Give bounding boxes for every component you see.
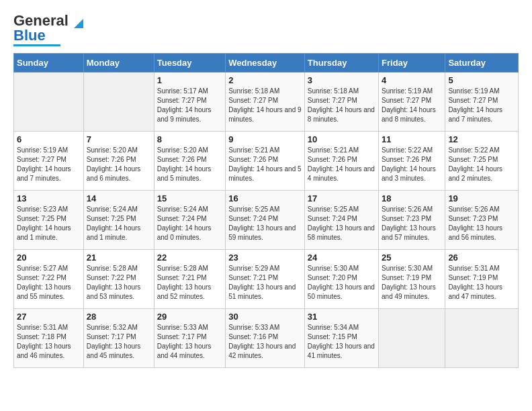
calendar-cell: 26Sunrise: 5:31 AM Sunset: 7:19 PM Dayli… (445, 250, 519, 309)
day-info: Sunrise: 5:33 AM Sunset: 7:16 PM Dayligh… (228, 323, 302, 361)
day-number: 29 (157, 312, 222, 322)
day-number: 28 (87, 312, 151, 322)
day-number: 9 (228, 134, 302, 144)
header-day-friday: Friday (379, 54, 445, 73)
header-day-tuesday: Tuesday (154, 54, 225, 73)
day-number: 17 (308, 193, 375, 203)
day-number: 16 (228, 193, 302, 203)
day-info: Sunrise: 5:26 AM Sunset: 7:23 PM Dayligh… (382, 205, 442, 242)
day-info: Sunrise: 5:20 AM Sunset: 7:26 PM Dayligh… (157, 146, 222, 183)
day-info: Sunrise: 5:20 AM Sunset: 7:26 PM Dayligh… (87, 146, 151, 183)
calendar-table: SundayMondayTuesdayWednesdayThursdayFrid… (13, 53, 519, 368)
day-info: Sunrise: 5:22 AM Sunset: 7:26 PM Dayligh… (382, 146, 442, 183)
day-info: Sunrise: 5:19 AM Sunset: 7:27 PM Dayligh… (382, 87, 442, 124)
day-number: 6 (17, 134, 81, 144)
calendar-cell: 8Sunrise: 5:20 AM Sunset: 7:26 PM Daylig… (154, 132, 225, 191)
calendar-cell: 17Sunrise: 5:25 AM Sunset: 7:24 PM Dayli… (304, 191, 378, 250)
day-number: 14 (87, 193, 151, 203)
calendar-cell: 21Sunrise: 5:28 AM Sunset: 7:22 PM Dayli… (83, 250, 154, 309)
day-info: Sunrise: 5:24 AM Sunset: 7:25 PM Dayligh… (87, 205, 151, 242)
day-number: 18 (382, 193, 442, 203)
calendar-cell: 23Sunrise: 5:29 AM Sunset: 7:21 PM Dayli… (226, 250, 305, 309)
calendar-cell: 19Sunrise: 5:26 AM Sunset: 7:23 PM Dayli… (445, 191, 519, 250)
day-info: Sunrise: 5:19 AM Sunset: 7:27 PM Dayligh… (448, 87, 515, 124)
day-number: 21 (87, 253, 151, 263)
day-number: 7 (87, 134, 151, 144)
day-number: 24 (308, 253, 375, 263)
calendar-cell (379, 309, 445, 368)
day-number: 12 (448, 134, 515, 144)
day-number: 22 (157, 253, 222, 263)
logo-text: General Blue (13, 13, 69, 43)
day-info: Sunrise: 5:29 AM Sunset: 7:21 PM Dayligh… (228, 264, 302, 302)
day-info: Sunrise: 5:19 AM Sunset: 7:27 PM Dayligh… (17, 146, 81, 183)
day-info: Sunrise: 5:32 AM Sunset: 7:17 PM Dayligh… (87, 323, 151, 361)
calendar-week-2: 6Sunrise: 5:19 AM Sunset: 7:27 PM Daylig… (14, 132, 519, 191)
page-header: General Blue (13, 13, 519, 46)
calendar-cell: 31Sunrise: 5:34 AM Sunset: 7:15 PM Dayli… (304, 309, 378, 368)
day-number: 11 (382, 134, 442, 144)
calendar-cell: 27Sunrise: 5:31 AM Sunset: 7:18 PM Dayli… (14, 309, 84, 368)
calendar-week-5: 27Sunrise: 5:31 AM Sunset: 7:18 PM Dayli… (14, 309, 519, 368)
day-number: 20 (17, 253, 81, 263)
day-info: Sunrise: 5:28 AM Sunset: 7:21 PM Dayligh… (157, 264, 222, 302)
day-number: 2 (228, 75, 302, 85)
calendar-header-row: SundayMondayTuesdayWednesdayThursdayFrid… (14, 54, 519, 73)
calendar-cell: 28Sunrise: 5:32 AM Sunset: 7:17 PM Dayli… (83, 309, 154, 368)
day-number: 8 (157, 134, 222, 144)
day-info: Sunrise: 5:18 AM Sunset: 7:27 PM Dayligh… (308, 87, 375, 124)
day-number: 4 (382, 75, 442, 85)
header-day-monday: Monday (83, 54, 154, 73)
calendar-cell: 24Sunrise: 5:30 AM Sunset: 7:20 PM Dayli… (304, 250, 378, 309)
day-number: 5 (448, 75, 515, 85)
calendar-week-4: 20Sunrise: 5:27 AM Sunset: 7:22 PM Dayli… (14, 250, 519, 309)
day-info: Sunrise: 5:22 AM Sunset: 7:25 PM Dayligh… (448, 146, 515, 183)
day-info: Sunrise: 5:31 AM Sunset: 7:19 PM Dayligh… (448, 264, 515, 302)
day-info: Sunrise: 5:23 AM Sunset: 7:25 PM Dayligh… (17, 205, 81, 242)
header-day-sunday: Sunday (14, 54, 84, 73)
calendar-cell (83, 73, 154, 132)
calendar-week-3: 13Sunrise: 5:23 AM Sunset: 7:25 PM Dayli… (14, 191, 519, 250)
day-info: Sunrise: 5:17 AM Sunset: 7:27 PM Dayligh… (157, 87, 222, 124)
calendar-cell: 5Sunrise: 5:19 AM Sunset: 7:27 PM Daylig… (445, 73, 519, 132)
day-info: Sunrise: 5:26 AM Sunset: 7:23 PM Dayligh… (448, 205, 515, 242)
day-number: 31 (308, 312, 375, 322)
calendar-cell: 11Sunrise: 5:22 AM Sunset: 7:26 PM Dayli… (379, 132, 445, 191)
day-number: 19 (448, 193, 515, 203)
day-number: 3 (308, 75, 375, 85)
calendar-cell: 18Sunrise: 5:26 AM Sunset: 7:23 PM Dayli… (379, 191, 445, 250)
day-info: Sunrise: 5:30 AM Sunset: 7:20 PM Dayligh… (308, 264, 375, 302)
day-info: Sunrise: 5:21 AM Sunset: 7:26 PM Dayligh… (228, 146, 302, 183)
day-number: 15 (157, 193, 222, 203)
day-info: Sunrise: 5:31 AM Sunset: 7:18 PM Dayligh… (17, 323, 81, 361)
calendar-cell: 15Sunrise: 5:24 AM Sunset: 7:24 PM Dayli… (154, 191, 225, 250)
day-info: Sunrise: 5:21 AM Sunset: 7:26 PM Dayligh… (308, 146, 375, 183)
day-number: 27 (17, 312, 81, 322)
day-number: 23 (228, 253, 302, 263)
calendar-cell (14, 73, 84, 132)
calendar-week-1: 1Sunrise: 5:17 AM Sunset: 7:27 PM Daylig… (14, 73, 519, 132)
svg-marker-0 (74, 19, 83, 28)
day-info: Sunrise: 5:18 AM Sunset: 7:27 PM Dayligh… (228, 87, 302, 124)
logo-icon (71, 16, 86, 31)
day-info: Sunrise: 5:28 AM Sunset: 7:22 PM Dayligh… (87, 264, 151, 302)
header-day-saturday: Saturday (445, 54, 519, 73)
day-number: 26 (448, 253, 515, 263)
calendar-cell: 13Sunrise: 5:23 AM Sunset: 7:25 PM Dayli… (14, 191, 84, 250)
header-day-thursday: Thursday (304, 54, 378, 73)
day-info: Sunrise: 5:27 AM Sunset: 7:22 PM Dayligh… (17, 264, 81, 302)
header-day-wednesday: Wednesday (226, 54, 305, 73)
day-info: Sunrise: 5:24 AM Sunset: 7:24 PM Dayligh… (157, 205, 222, 242)
calendar-cell: 4Sunrise: 5:19 AM Sunset: 7:27 PM Daylig… (379, 73, 445, 132)
calendar-cell: 22Sunrise: 5:28 AM Sunset: 7:21 PM Dayli… (154, 250, 225, 309)
calendar-cell: 2Sunrise: 5:18 AM Sunset: 7:27 PM Daylig… (226, 73, 305, 132)
day-number: 30 (228, 312, 302, 322)
day-info: Sunrise: 5:33 AM Sunset: 7:17 PM Dayligh… (157, 323, 222, 361)
day-number: 25 (382, 253, 442, 263)
day-info: Sunrise: 5:34 AM Sunset: 7:15 PM Dayligh… (308, 323, 375, 361)
day-info: Sunrise: 5:25 AM Sunset: 7:24 PM Dayligh… (308, 205, 375, 242)
calendar-cell: 3Sunrise: 5:18 AM Sunset: 7:27 PM Daylig… (304, 73, 378, 132)
calendar-cell: 16Sunrise: 5:25 AM Sunset: 7:24 PM Dayli… (226, 191, 305, 250)
day-number: 10 (308, 134, 375, 144)
logo: General Blue (13, 13, 86, 46)
